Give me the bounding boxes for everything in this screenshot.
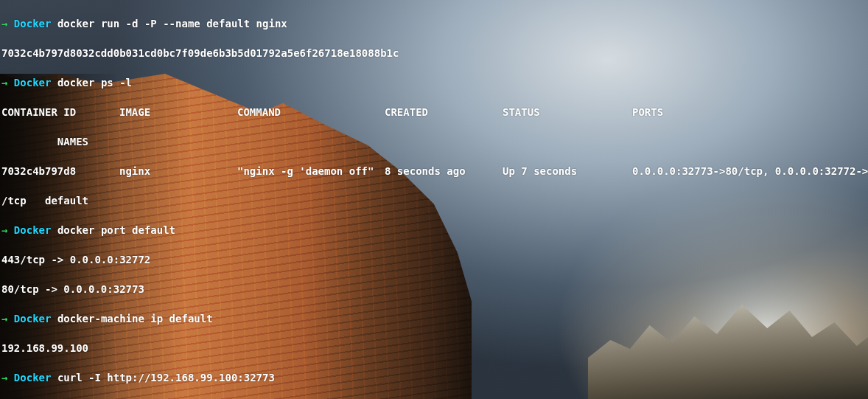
prompt-line-3: → Docker docker port default xyxy=(1,223,867,237)
command-1: docker run -d -P --name default nginx xyxy=(57,18,287,30)
ps-header-line1: CONTAINER IDIMAGECOMMANDCREATEDSTATUSPOR… xyxy=(1,105,867,119)
prompt-dir: Docker xyxy=(14,77,57,89)
command-4: docker-machine ip default xyxy=(57,313,213,325)
machine-ip: 192.168.99.100 xyxy=(1,341,867,355)
ps-row: 7032c4b797d8nginx"nginx -g 'daemon off"8… xyxy=(1,164,867,178)
prompt-line-1: → Docker docker run -d -P --name default… xyxy=(1,16,867,31)
prompt-dir: Docker xyxy=(14,18,57,30)
ps-row-2: /tcp default xyxy=(1,193,867,208)
prompt-arrow: → xyxy=(1,18,14,30)
prompt-arrow: → xyxy=(1,224,14,236)
prompt-dir: Docker xyxy=(14,224,57,236)
prompt-arrow: → xyxy=(1,77,14,89)
output-container-id: 7032c4b797d8032cdd0b031cd0bc7f09de6b3b5d… xyxy=(1,46,867,60)
command-3: docker port default xyxy=(57,224,175,236)
port-mapping-80: 80/tcp -> 0.0.0.0:32773 xyxy=(1,282,867,296)
col-container-id: CONTAINER ID xyxy=(1,105,119,119)
ps-image: nginx xyxy=(119,164,237,178)
ps-ports: 0.0.0.0:32773->80/tcp, 0.0.0.0:32772->44… xyxy=(632,165,868,177)
col-ports: PORTS xyxy=(632,106,663,118)
col-image: IMAGE xyxy=(119,105,237,119)
prompt-dir: Docker xyxy=(14,313,57,325)
prompt-line-2: → Docker docker ps -l xyxy=(1,75,867,90)
prompt-dir: Docker xyxy=(14,372,57,384)
ps-id: 7032c4b797d8 xyxy=(1,164,119,178)
col-command: COMMAND xyxy=(237,105,385,119)
ps-status: Up 7 seconds xyxy=(503,164,632,178)
prompt-arrow: → xyxy=(1,372,14,384)
prompt-line-4: → Docker docker-machine ip default xyxy=(1,311,867,326)
terminal[interactable]: → Docker docker run -d -P --name default… xyxy=(1,1,867,398)
ps-command: "nginx -g 'daemon off" xyxy=(237,164,385,178)
ps-created: 8 seconds ago xyxy=(385,164,503,178)
command-2: docker ps -l xyxy=(57,77,132,89)
col-created: CREATED xyxy=(385,105,503,119)
port-mapping-443: 443/tcp -> 0.0.0.0:32772 xyxy=(1,252,867,267)
col-status: STATUS xyxy=(503,105,632,119)
prompt-line-5: → Docker curl -I http://192.168.99.100:3… xyxy=(1,370,867,385)
prompt-arrow: → xyxy=(1,313,14,325)
command-5: curl -I http://192.168.99.100:32773 xyxy=(57,372,275,384)
ps-header-line2: NAMES xyxy=(1,134,867,149)
